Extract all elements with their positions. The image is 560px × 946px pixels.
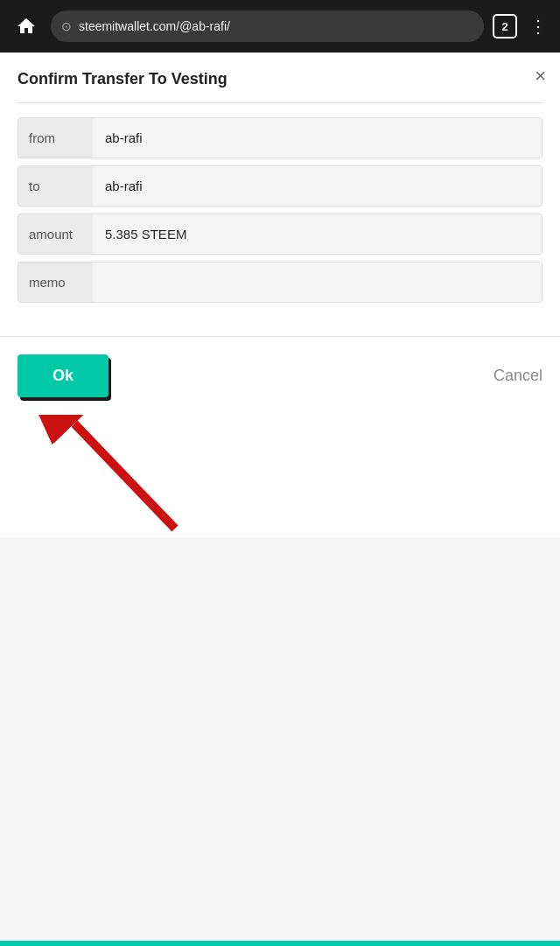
url-bar[interactable]: ⊙ steemitwallet.com/@ab-rafi/ <box>51 11 484 42</box>
ok-button[interactable]: Ok <box>18 354 108 397</box>
dialog-divider <box>18 102 542 103</box>
from-label: from <box>18 118 93 158</box>
amount-value: 5.385 STEEM <box>93 214 542 254</box>
action-row: Ok Cancel <box>0 337 560 415</box>
svg-line-1 <box>74 424 175 529</box>
home-icon <box>16 16 37 37</box>
home-button[interactable] <box>10 11 42 42</box>
dialog-title: Confirm Transfer To Vesting <box>18 70 542 88</box>
browser-chrome: ⊙ steemitwallet.com/@ab-rafi/ 2 ⋮ <box>0 0 560 53</box>
from-value: ab-rafi <box>93 118 542 158</box>
memo-value <box>93 263 542 302</box>
to-row: to ab-rafi <box>18 165 542 207</box>
memo-label: memo <box>18 263 93 302</box>
memo-row: memo <box>18 262 542 303</box>
tab-count-badge[interactable]: 2 <box>493 14 517 39</box>
close-button[interactable]: × <box>535 67 546 86</box>
cancel-button[interactable]: Cancel <box>494 367 542 385</box>
to-label: to <box>18 166 93 206</box>
menu-button[interactable]: ⋮ <box>526 16 550 37</box>
to-value: ab-rafi <box>93 166 542 206</box>
amount-label: amount <box>18 214 93 254</box>
url-text: steemitwallet.com/@ab-rafi/ <box>79 19 473 33</box>
tracking-protection-icon: ⊙ <box>61 19 72 33</box>
arrow-annotation <box>26 415 201 537</box>
amount-row: amount 5.385 STEEM <box>18 214 542 255</box>
bottom-bar <box>0 941 560 946</box>
confirm-dialog: Confirm Transfer To Vesting × from ab-ra… <box>0 53 560 337</box>
from-row: from ab-rafi <box>18 117 542 158</box>
page-content: Confirm Transfer To Vesting × from ab-ra… <box>0 53 560 537</box>
arrow-annotation-area <box>0 415 560 537</box>
